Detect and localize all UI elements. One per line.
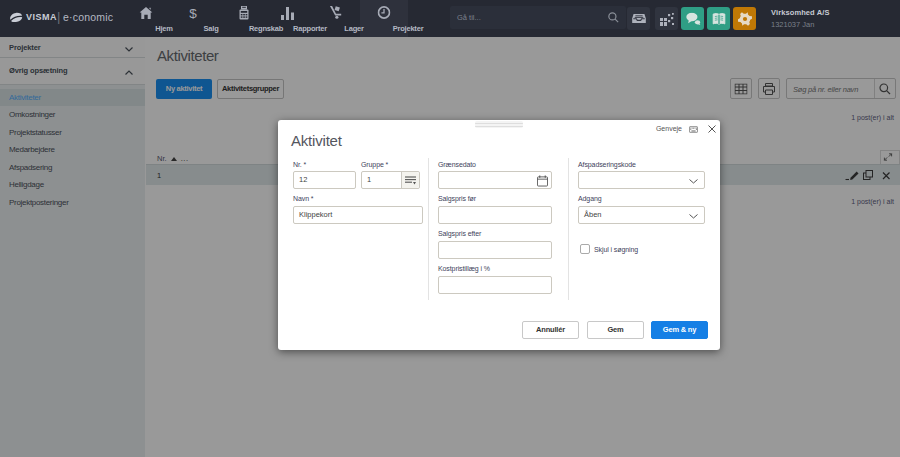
svg-text:$: $ (189, 6, 197, 21)
